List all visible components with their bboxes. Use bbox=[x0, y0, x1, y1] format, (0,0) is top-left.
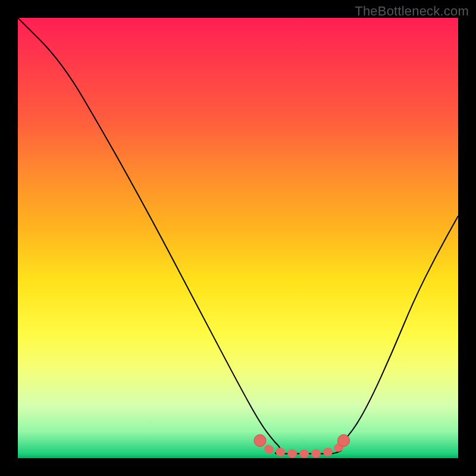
plot-area bbox=[18, 18, 458, 458]
marker-dot bbox=[338, 434, 350, 446]
bottleneck-curve bbox=[18, 18, 458, 454]
watermark-text: TheBottleneck.com bbox=[355, 4, 469, 19]
curve-svg bbox=[18, 18, 458, 458]
chart-frame: TheBottleneck.com bbox=[0, 0, 476, 476]
marker-dot bbox=[254, 434, 266, 446]
marker-trail bbox=[260, 440, 344, 453]
